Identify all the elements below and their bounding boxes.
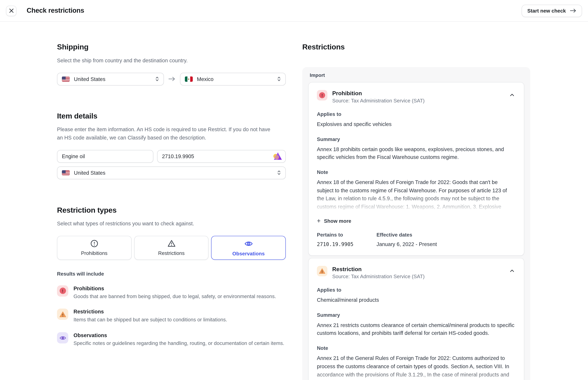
prohibition-badge-icon: !: [317, 90, 327, 101]
import-group-label: Import: [310, 72, 524, 78]
pertains-to-value: 2710.19.9905: [317, 241, 376, 247]
applies-to-value: Chemical/mineral products: [317, 296, 515, 304]
shipping-description: Select the ship from country and the des…: [57, 57, 286, 65]
result-item-title: Restrictions: [74, 309, 227, 315]
type-card-prohibitions[interactable]: Prohibitions: [57, 236, 132, 260]
start-new-check-label: Start new check: [527, 8, 566, 14]
circle-exclamation-icon: [90, 239, 98, 248]
card-type-title: Prohibition: [332, 90, 425, 96]
list-item-restrictions: Restrictions Items that can be shipped b…: [57, 309, 286, 324]
ship-from-country-value: United States: [74, 76, 152, 82]
summary-label: Summary: [317, 312, 515, 318]
flag-mexico-icon: [185, 76, 193, 82]
chevron-updown-icon: [277, 76, 281, 82]
item-details-heading: Item details: [57, 112, 286, 120]
type-card-label: Restrictions: [158, 251, 185, 256]
chevron-updown-icon: [155, 76, 159, 82]
restrictions-heading: Restrictions: [302, 43, 530, 51]
chevron-up-icon: [509, 268, 515, 274]
summary-label: Summary: [317, 136, 515, 142]
restriction-types-heading: Restriction types: [57, 206, 286, 214]
restriction-badge-icon: [317, 266, 327, 276]
ship-to-country-value: Mexico: [197, 76, 274, 82]
show-more-button[interactable]: + Show more: [317, 218, 351, 224]
note-label: Note: [317, 170, 515, 175]
arrow-right-icon: [570, 8, 576, 13]
flag-us-icon: [62, 76, 70, 82]
item-fields-row: Engine oil 2710.19.9905: [57, 150, 286, 163]
chevron-up-icon: [509, 92, 515, 98]
restriction-type-options: Prohibitions Restrictions Observations: [57, 236, 286, 260]
result-item-title: Prohibitions: [74, 285, 276, 291]
plus-icon: +: [317, 218, 321, 224]
close-icon: [9, 8, 14, 13]
restriction-card-restriction: Restriction Source: Tax Administration S…: [308, 258, 524, 380]
note-value: Annex 18 of the General Rules of Foreign…: [317, 178, 515, 212]
results-column: Restrictions Import ! Prohibition Source…: [302, 22, 530, 380]
applies-to-value: Explosives and specific vehicles: [317, 120, 515, 129]
shipping-heading: Shipping: [57, 43, 286, 51]
item-description-input[interactable]: Engine oil: [57, 150, 153, 163]
shipping-route-row: United States Mexico: [57, 73, 286, 85]
route-arrow-icon: [169, 77, 176, 82]
summary-value: Annex 21 restricts customs clearance of …: [317, 321, 515, 338]
summary-value: Annex 18 prohibits certain goods like we…: [317, 145, 515, 162]
prohibition-badge-icon: !: [57, 285, 68, 296]
observation-badge-icon: [57, 332, 68, 343]
hs-code-input[interactable]: 2710.19.9905: [157, 150, 286, 163]
check-restrictions-screen: Check restrictions Start new check Shipp…: [0, 0, 588, 380]
type-card-label: Prohibitions: [81, 251, 108, 256]
effective-dates-label: Effective dates: [377, 232, 437, 238]
pertains-to-label: Pertains to: [317, 232, 376, 238]
type-card-restrictions[interactable]: Restrictions: [134, 236, 209, 260]
form-column: Shipping Select the ship from country an…: [57, 22, 286, 380]
list-item-prohibitions: ! Prohibitions Goods that are banned fro…: [57, 285, 286, 300]
note-value: Annex 21 of the General Rules of Foreign…: [317, 354, 515, 380]
chevron-updown-icon: [277, 170, 281, 176]
top-bar: Check restrictions Start new check: [0, 0, 588, 22]
ship-to-country-select[interactable]: Mexico: [180, 73, 286, 85]
item-country-value: United States: [74, 170, 274, 176]
restrictions-panel: Import ! Prohibition Source: Tax Adminis…: [302, 67, 530, 380]
effective-dates-value: January 6, 2022 - Present: [377, 241, 437, 247]
collapse-card-button[interactable]: [509, 92, 516, 99]
ship-from-country-select[interactable]: United States: [57, 73, 164, 85]
result-item-description: Specific notes or guidelines regarding t…: [74, 340, 284, 347]
start-new-check-button[interactable]: Start new check: [522, 4, 582, 17]
hs-code-value: 2710.19.9905: [162, 153, 194, 159]
eye-icon: [244, 239, 253, 248]
results-will-include-heading: Results will include: [57, 271, 286, 277]
restriction-types-description: Select what types of restrictions you wa…: [57, 220, 286, 228]
close-button[interactable]: [6, 5, 17, 16]
result-item-title: Observations: [74, 332, 284, 338]
warning-triangle-icon: [167, 239, 176, 248]
type-card-label: Observations: [232, 251, 265, 256]
result-item-description: Items that can be shipped but are subjec…: [74, 316, 227, 324]
item-description-value: Engine oil: [62, 153, 85, 159]
page-title: Check restrictions: [27, 7, 84, 15]
card-type-title: Restriction: [332, 266, 425, 272]
collapse-card-button[interactable]: [509, 267, 516, 274]
item-country-select[interactable]: United States: [57, 166, 286, 179]
applies-to-label: Applies to: [317, 111, 515, 117]
flag-us-icon: [62, 170, 70, 175]
card-source: Source: Tax Administration Service (SAT): [332, 274, 425, 279]
list-item-observations: Observations Specific notes or guideline…: [57, 332, 286, 347]
classify-logo-icon[interactable]: [273, 152, 282, 161]
note-label: Note: [317, 345, 515, 351]
result-item-description: Goods that are banned from being shipped…: [74, 293, 276, 300]
show-more-label: Show more: [324, 218, 351, 224]
card-source: Source: Tax Administration Service (SAT): [332, 98, 425, 103]
item-details-description: Please enter the item information. An HS…: [57, 126, 274, 142]
restriction-badge-icon: [57, 309, 68, 320]
type-card-observations[interactable]: Observations: [211, 236, 286, 260]
applies-to-label: Applies to: [317, 287, 515, 293]
restriction-card-prohibition: ! Prohibition Source: Tax Administration…: [308, 82, 524, 256]
